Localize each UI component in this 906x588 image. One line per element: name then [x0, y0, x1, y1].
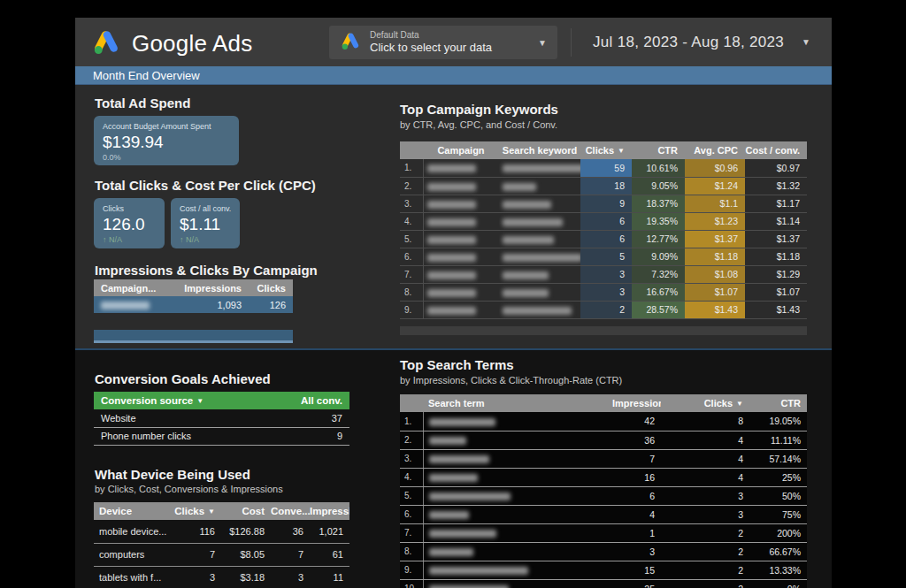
- keywords-table: CampaignSearch keywordClicks▼CTRAvg. CPC…: [400, 141, 807, 319]
- table-row: 1.5910.61%$0.96$0.97: [400, 159, 807, 177]
- redacted-text: [503, 271, 549, 279]
- redacted-text: [503, 236, 554, 244]
- page-tab-bar[interactable]: Month End Overview: [75, 66, 832, 85]
- avg-cpc-cell: $1.18: [685, 248, 745, 265]
- scorecard-label: Cost / all conv.: [180, 204, 231, 213]
- avg-cpc-cell: $1.1: [685, 195, 745, 212]
- page-title: Month End Overview: [93, 69, 200, 82]
- scorecard-delta: ↑ N/A: [180, 235, 231, 244]
- col-header-cost[interactable]: Cost: [221, 502, 271, 520]
- scorecard-label: Account Budget Amount Spent: [103, 122, 230, 131]
- clicks-scorecard: Clicks 126.0 ↑ N/A: [94, 198, 165, 248]
- cost-conv-cell: $0.97: [745, 159, 807, 177]
- col-header-label: Cost / conv.: [745, 145, 800, 156]
- clicks-cell: 5: [580, 248, 632, 265]
- sort-caret-icon: ▼: [618, 147, 625, 155]
- clicks-cell: 8: [661, 412, 749, 431]
- clicks-cpc-heading: Total Clicks & Cost Per Click (CPC): [95, 178, 316, 193]
- data-source-selector[interactable]: Default Data Click to select your data ▼: [329, 26, 557, 59]
- redacted-text: [427, 183, 476, 191]
- device-cell: tablets with f...: [94, 566, 172, 588]
- impressions-cell: 36: [612, 431, 661, 449]
- rank-cell: 3.: [400, 195, 423, 212]
- col-header-impressions[interactable]: Impressions: [178, 279, 249, 296]
- campaign-cell: [423, 301, 499, 318]
- col-header-search-term[interactable]: Search term: [423, 394, 612, 412]
- clicks-cell: 4: [661, 449, 749, 468]
- table-row: computers7$8.05761: [94, 543, 349, 566]
- col-header-clicks[interactable]: Clicks▼: [580, 141, 632, 159]
- col-header-clicks[interactable]: Clicks▼: [172, 502, 221, 520]
- col-header-all-conv[interactable]: All conv.: [271, 392, 349, 409]
- search-term-cell: [423, 431, 612, 449]
- devices-table: DeviceClicks▼CostConve...Impressi... mob…: [94, 502, 349, 588]
- col-header-label: Campaign: [437, 145, 484, 156]
- col-header-rank: [400, 394, 423, 412]
- redacted-text: [503, 164, 580, 172]
- col-header-campaign[interactable]: Campaign: [423, 141, 499, 159]
- search-keyword-cell: [499, 265, 580, 283]
- impressions-cell: 4: [612, 505, 661, 523]
- impressions-cell: 1: [612, 523, 661, 542]
- search-keyword-cell: [499, 177, 580, 195]
- campaign-cell: [423, 248, 499, 265]
- col-header-impressions[interactable]: Impressi...: [310, 502, 349, 520]
- date-range-picker[interactable]: Jul 18, 2023 - Aug 18, 2023 ▼: [593, 18, 810, 66]
- impressions-cell: 7: [612, 449, 661, 468]
- search-term-cell: [423, 468, 612, 486]
- col-header-search-keyword[interactable]: Search keyword: [499, 141, 580, 159]
- table-row: 8.316.67%$1.07$1.07: [400, 283, 807, 301]
- ctr-cell: 28.57%: [632, 301, 685, 318]
- col-header-device[interactable]: Device: [94, 502, 172, 520]
- col-header-clicks[interactable]: Clicks▼: [661, 394, 749, 412]
- clicks-cell: 126: [249, 296, 293, 313]
- col-header-campaign[interactable]: Campaign...: [94, 279, 178, 296]
- col-header-clicks[interactable]: Clicks: [249, 279, 293, 296]
- rank-cell: 7.: [400, 265, 423, 283]
- scorecard-value: 126.0: [103, 215, 156, 234]
- top-bar: Google Ads Default Data Click to select …: [75, 18, 832, 66]
- col-header-label: Search keyword: [503, 145, 577, 156]
- col-header-conversion-source[interactable]: Conversion source▼: [94, 392, 271, 409]
- rank-cell: 1.: [400, 159, 423, 177]
- col-header-avg-cpc[interactable]: Avg. CPC: [685, 141, 745, 159]
- col-header-conversions[interactable]: Conve...: [271, 502, 310, 520]
- col-header-label: Cost: [242, 506, 265, 516]
- conversions-heading: Conversion Goals Achieved: [95, 371, 271, 386]
- conversion-source-cell: Phone number clicks: [94, 427, 271, 445]
- keywords-subtitle: by CTR, Avg. CPC, and Cost / Conv.: [400, 119, 557, 130]
- campaign-table-heading: Impressions & Clicks By Campaign: [95, 263, 318, 278]
- col-header-ctr[interactable]: CTR: [632, 141, 685, 159]
- rank-cell: 8.: [400, 283, 423, 301]
- clicks-cell: 4: [661, 468, 749, 486]
- col-header-label: Device: [99, 506, 132, 516]
- clicks-cell: 2: [661, 579, 749, 588]
- rank-cell: 9.: [400, 301, 423, 318]
- scorecard-delta: 0.0%: [103, 153, 230, 162]
- col-header-ctr[interactable]: CTR: [749, 394, 807, 412]
- col-header-cost-conv[interactable]: Cost / conv.: [745, 141, 807, 159]
- search-terms-heading: Top Search Terms: [400, 357, 514, 372]
- table-row: 4.16425%: [400, 468, 807, 486]
- scorecard-delta: ↑ N/A: [103, 235, 156, 244]
- chevron-down-icon: ▼: [802, 37, 810, 47]
- clicks-cell: 2: [661, 523, 749, 542]
- impressions-cell: 6: [612, 486, 661, 505]
- clicks-cell: 3: [580, 283, 632, 301]
- conversion-source-cell: Website: [94, 409, 271, 427]
- table-row: 6.4375%: [400, 505, 807, 523]
- chevron-down-icon: ▼: [538, 38, 547, 48]
- cpc-scorecard: Cost / all conv. $1.11 ↑ N/A: [171, 198, 240, 248]
- all-conv-cell: 9: [271, 427, 349, 445]
- redacted-text: [429, 418, 495, 426]
- clicks-cell: 59: [580, 159, 632, 177]
- ctr-cell: 75%: [749, 505, 807, 523]
- clicks-cell: 3: [580, 265, 632, 283]
- table-row: 3.7457.14%: [400, 449, 807, 468]
- table-row: 6.59.09%$1.18$1.18: [400, 248, 807, 265]
- search-term-cell: [423, 523, 612, 542]
- redacted-text: [427, 218, 476, 226]
- col-header-impressions[interactable]: Impressions: [612, 394, 661, 412]
- data-source-subtitle: Click to select your data: [370, 41, 529, 55]
- redacted-text: [429, 455, 489, 463]
